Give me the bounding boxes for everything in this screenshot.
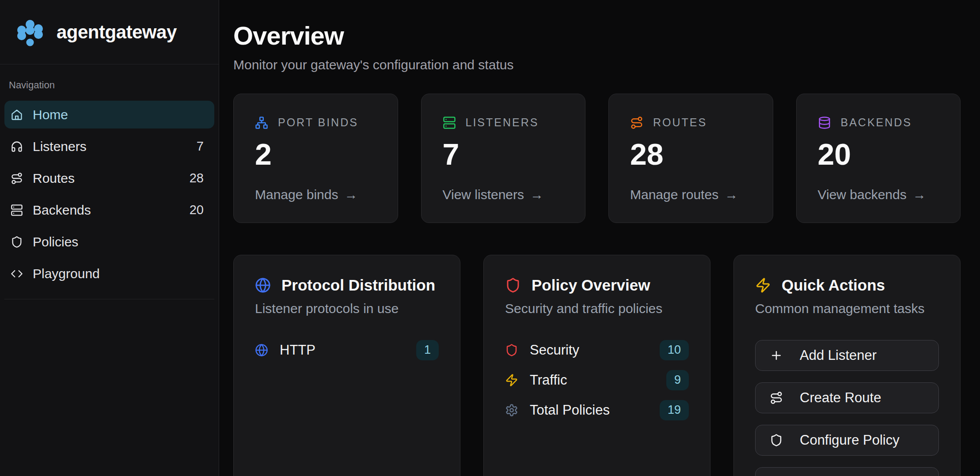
shield-icon <box>505 344 518 357</box>
shield-icon <box>505 277 521 293</box>
quick-action-label: Add Listener <box>800 348 877 363</box>
sidebar-item-backends[interactable]: Backends 20 <box>4 196 214 224</box>
stat-label: LISTENERS <box>466 116 539 129</box>
sidebar-item-routes[interactable]: Routes 28 <box>4 164 214 192</box>
brand[interactable]: agentgateway <box>0 0 219 64</box>
shield-icon <box>11 236 23 248</box>
route-icon <box>770 391 783 404</box>
route-icon <box>11 172 23 185</box>
protocol-label: HTTP <box>280 342 315 358</box>
nav-section-label: Navigation <box>9 79 214 91</box>
arrow-right-icon: → <box>344 187 357 202</box>
sidebar-item-count: 28 <box>190 171 204 185</box>
protocol-distribution-card: Protocol Distribution Listener protocols… <box>233 255 460 476</box>
configure-policy-button[interactable]: Configure Policy <box>755 425 939 456</box>
policy-count-badge: 10 <box>660 340 689 360</box>
zap-icon <box>505 374 518 387</box>
stat-link-label: Manage routes <box>630 187 718 202</box>
nav-divider <box>4 299 214 299</box>
sidebar-item-label: Routes <box>33 171 75 186</box>
policy-label: Total Policies <box>530 402 610 418</box>
panels-row: Protocol Distribution Listener protocols… <box>233 255 961 476</box>
sidebar-item-label: Playground <box>33 266 100 281</box>
policy-count-badge: 9 <box>666 370 689 390</box>
policy-row-total: Total Policies 19 <box>505 400 689 420</box>
globe-icon <box>255 277 271 293</box>
home-icon <box>11 109 23 121</box>
quick-action-label: Configure Policy <box>800 432 900 448</box>
server-icon <box>443 116 456 129</box>
sidebar-item-playground[interactable]: Playground <box>4 260 214 287</box>
arrow-right-icon: → <box>530 187 543 202</box>
manage-binds-link[interactable]: Manage binds → <box>255 187 376 202</box>
protocol-row-http: HTTP 1 <box>255 340 439 360</box>
sidebar-item-label: Policies <box>33 234 78 249</box>
stat-label: ROUTES <box>653 116 707 129</box>
page-subtitle: Monitor your gateway's configuration and… <box>233 57 961 72</box>
stat-card-port-binds: PORT BINDS 2 Manage binds → <box>233 94 398 223</box>
sidebar-item-home[interactable]: Home <box>4 101 214 128</box>
view-backends-link[interactable]: View backends → <box>818 187 939 202</box>
page-title: Overview <box>233 20 961 51</box>
add-listener-button[interactable]: Add Listener <box>755 340 939 371</box>
policy-count-badge: 19 <box>660 400 689 420</box>
panel-subtitle: Listener protocols in use <box>255 301 439 316</box>
sidebar-item-label: Backends <box>33 203 91 218</box>
panel-title: Protocol Distribution <box>281 276 435 294</box>
policy-overview-card: Policy Overview Security and traffic pol… <box>483 255 710 476</box>
brand-name: agentgateway <box>57 22 177 43</box>
main-content: Overview Monitor your gateway's configur… <box>219 0 980 476</box>
policy-label: Security <box>530 342 579 358</box>
sidebar-item-count: 7 <box>197 139 204 154</box>
network-icon <box>255 116 268 129</box>
stat-card-routes: ROUTES 28 Manage routes → <box>608 94 773 223</box>
sidebar-item-label: Listeners <box>33 139 87 154</box>
plus-icon <box>770 349 783 362</box>
headphones-icon <box>11 140 23 153</box>
quick-action-button-4[interactable] <box>755 467 939 476</box>
panel-subtitle: Security and traffic policies <box>505 301 689 316</box>
zap-icon <box>755 277 771 293</box>
stat-link-label: View listeners <box>443 187 524 202</box>
code-icon <box>11 268 23 280</box>
policy-row-traffic: Traffic 9 <box>505 370 689 390</box>
stat-card-backends: BACKENDS 20 View backends → <box>796 94 961 223</box>
stat-link-label: Manage binds <box>255 187 338 202</box>
sidebar: agentgateway Navigation Home Listeners 7… <box>0 0 219 476</box>
app-root: agentgateway Navigation Home Listeners 7… <box>0 0 980 476</box>
stat-value: 20 <box>818 139 939 169</box>
view-listeners-link[interactable]: View listeners → <box>443 187 564 202</box>
stat-value: 7 <box>443 139 564 169</box>
stat-value: 28 <box>630 139 752 169</box>
arrow-right-icon: → <box>725 187 738 202</box>
policy-row-security: Security 10 <box>505 340 689 360</box>
arrow-right-icon: → <box>913 187 926 202</box>
sidebar-item-count: 20 <box>190 203 204 217</box>
nav: Navigation Home Listeners 7 Routes 28 Ba… <box>0 64 219 299</box>
stat-link-label: View backends <box>818 187 907 202</box>
stat-card-listeners: LISTENERS 7 View listeners → <box>421 94 586 223</box>
shield-icon <box>770 434 783 447</box>
stat-label: PORT BINDS <box>278 116 358 129</box>
sidebar-item-policies[interactable]: Policies <box>4 228 214 256</box>
stat-value: 2 <box>255 139 376 169</box>
database-icon <box>818 116 831 129</box>
panel-subtitle: Common management tasks <box>755 301 939 316</box>
sidebar-item-listeners[interactable]: Listeners 7 <box>4 132 214 160</box>
panel-title: Quick Actions <box>782 276 885 294</box>
policy-label: Traffic <box>530 372 567 388</box>
protocol-count-badge: 1 <box>416 340 439 360</box>
gear-icon <box>505 404 518 417</box>
sidebar-item-label: Home <box>33 107 68 122</box>
manage-routes-link[interactable]: Manage routes → <box>630 187 752 202</box>
quick-actions-card: Quick Actions Common management tasks Ad… <box>733 255 961 476</box>
create-route-button[interactable]: Create Route <box>755 382 939 413</box>
agentgateway-logo-icon <box>12 15 48 50</box>
stat-label: BACKENDS <box>841 116 912 129</box>
panel-title: Policy Overview <box>532 276 650 294</box>
globe-icon <box>255 344 268 357</box>
stats-row: PORT BINDS 2 Manage binds → LISTENERS 7 … <box>233 94 961 223</box>
quick-action-label: Create Route <box>800 390 881 406</box>
server-icon <box>11 204 23 216</box>
route-icon <box>630 116 643 129</box>
